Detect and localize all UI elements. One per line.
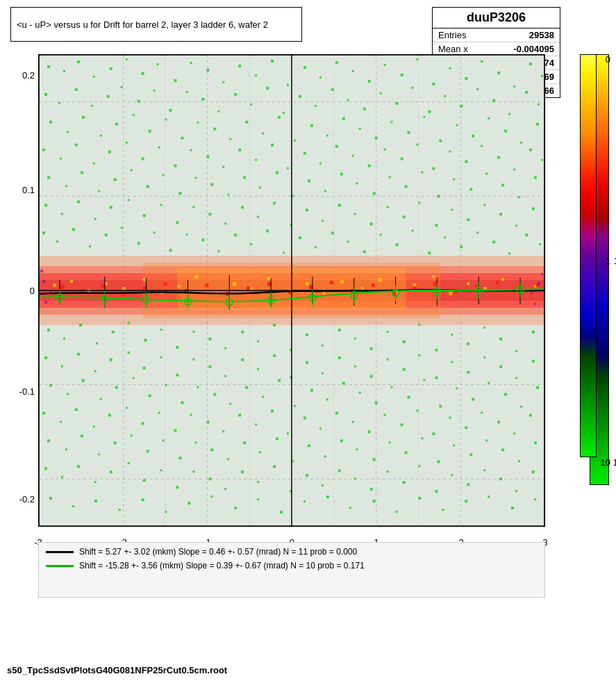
svg-rect-388: [255, 423, 257, 425]
svg-rect-189: [403, 215, 406, 218]
svg-rect-32: [416, 58, 418, 60]
svg-rect-288: [144, 339, 147, 342]
svg-rect-394: [352, 420, 354, 422]
svg-rect-306: [435, 349, 438, 352]
svg-rect-339: [467, 371, 469, 374]
svg-rect-362: [342, 382, 345, 385]
svg-rect-102: [520, 142, 522, 144]
svg-rect-348: [115, 386, 118, 389]
svg-rect-416: [210, 448, 213, 451]
svg-rect-301: [354, 338, 356, 340]
svg-rect-107: [93, 163, 95, 165]
svg-rect-237: [177, 285, 180, 288]
svg-rect-57: [299, 95, 301, 98]
svg-rect-222: [428, 252, 431, 254]
svg-rect-459: [403, 481, 406, 484]
svg-rect-309: [483, 327, 485, 329]
svg-rect-155: [356, 182, 358, 184]
svg-rect-168: [61, 213, 63, 215]
y-label-02: 0.2: [22, 70, 35, 81]
svg-rect-223: [444, 236, 446, 238]
svg-rect-442: [128, 462, 130, 464]
svg-rect-227: [508, 252, 510, 254]
svg-rect-485: [442, 509, 444, 511]
legend-line-black: [46, 551, 74, 553]
svg-rect-295: [257, 340, 259, 343]
svg-rect-404: [513, 432, 515, 434]
svg-rect-340: [483, 356, 485, 359]
svg-rect-326: [257, 368, 259, 370]
svg-rect-118: [271, 144, 274, 147]
svg-rect-126: [401, 158, 403, 161]
svg-rect-397: [401, 423, 403, 426]
svg-rect-110: [142, 158, 144, 161]
svg-rect-27: [335, 61, 338, 64]
svg-rect-375: [42, 411, 45, 414]
svg-rect-402: [481, 411, 483, 413]
svg-rect-473: [165, 511, 167, 513]
svg-rect-154: [340, 173, 343, 176]
svg-rect-62: [380, 92, 382, 95]
svg-rect-50: [185, 91, 188, 93]
svg-rect-127: [416, 144, 418, 146]
svg-rect-74: [67, 131, 69, 133]
svg-rect-198: [42, 231, 45, 234]
scatter-plot: // Will be rendered via inline approach: [38, 54, 545, 527]
svg-rect-96: [423, 116, 425, 118]
svg-rect-336: [418, 354, 420, 356]
svg-rect-228: [525, 233, 528, 236]
svg-rect-477: [257, 498, 259, 500]
svg-rect-360: [310, 389, 313, 392]
y-axis: 0.2 0.1 0 -0.1 -0.2: [3, 54, 38, 527]
svg-rect-258: [60, 285, 64, 289]
svg-rect-136: [47, 176, 50, 179]
svg-rect-157: [389, 176, 391, 178]
svg-rect-353: [197, 386, 199, 388]
svg-rect-401: [465, 426, 467, 429]
svg-rect-406: [47, 439, 50, 442]
svg-rect-407: [65, 448, 67, 450]
svg-rect-354: [213, 393, 216, 396]
svg-rect-341: [499, 366, 502, 368]
svg-rect-342: [515, 377, 517, 379]
plot-title: <u - uP> versus u for Drift for barrel 2…: [17, 19, 268, 30]
svg-rect-141: [131, 170, 133, 172]
svg-rect-455: [338, 469, 341, 472]
svg-rect-52: [217, 110, 219, 113]
svg-rect-469: [72, 505, 74, 507]
svg-rect-370: [472, 398, 474, 401]
svg-rect-391: [303, 416, 306, 419]
svg-rect-436: [534, 441, 537, 444]
svg-rect-142: [147, 185, 149, 188]
svg-rect-359: [294, 405, 296, 407]
svg-rect-56: [283, 112, 285, 114]
svg-rect-36: [481, 60, 483, 63]
plot-svg: // Will be rendered via inline approach: [39, 55, 544, 526]
svg-rect-458: [387, 470, 389, 473]
svg-rect-481: [349, 507, 351, 509]
svg-rect-188: [387, 206, 389, 208]
svg-rect-82: [197, 122, 199, 124]
svg-rect-438: [61, 476, 63, 478]
svg-rect-355: [229, 403, 231, 405]
legend-text-black: Shift = 5.27 +- 3.02 (mkm) Slope = 0.46 …: [79, 547, 357, 557]
svg-rect-484: [418, 497, 421, 500]
svg-rect-122: [335, 145, 338, 148]
svg-rect-115: [222, 166, 224, 168]
svg-rect-170: [94, 218, 97, 220]
svg-rect-351: [165, 384, 167, 386]
svg-rect-405: [529, 413, 532, 416]
y-label-01: 0.1: [22, 185, 35, 195]
svg-rect-55: [266, 87, 269, 90]
svg-rect-476: [234, 507, 237, 509]
svg-rect-184: [322, 220, 324, 222]
svg-rect-211: [250, 243, 252, 245]
svg-rect-200: [72, 228, 75, 231]
svg-rect-24: [287, 84, 289, 86]
scale-top-label: 0: [606, 54, 610, 65]
svg-rect-251: [432, 275, 435, 278]
svg-rect-199: [56, 240, 58, 243]
svg-rect-422: [308, 444, 310, 447]
svg-rect-40: [541, 75, 543, 77]
svg-rect-78: [133, 114, 135, 116]
